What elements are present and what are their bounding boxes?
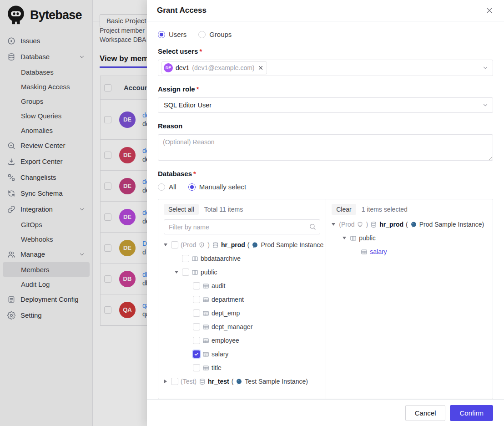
table-icon [202,310,209,317]
radio-manual-label: Manually select [199,183,246,191]
tree-row-employee[interactable]: employee [158,334,326,347]
tree-node-label: dept_emp [212,309,240,317]
environment-label: (Prod [339,221,354,228]
selected-user-chip: DE dev1 (dev1@example.com) [161,61,267,74]
caret-down-icon[interactable] [173,271,180,274]
instance-paren: ( [247,241,250,248]
assign-role-select[interactable]: SQL Editor User [158,97,493,113]
table-icon [202,365,209,371]
caret-down-icon[interactable] [341,237,348,239]
db-icon [370,221,377,228]
clear-button[interactable]: Clear [332,204,356,215]
radio-users-control[interactable] [158,31,165,38]
schema-icon [350,235,357,242]
tree-checkbox[interactable] [193,282,200,289]
radio-users-label: Users [169,30,186,38]
radio-users[interactable]: Users [158,30,186,38]
caret-down-icon[interactable] [330,223,337,226]
radio-groups[interactable]: Groups [198,30,232,38]
caret-down-icon[interactable] [162,243,169,246]
filter-input[interactable] [164,219,320,234]
db-icon [199,378,206,385]
tree-node-label: salary [370,248,387,255]
tree-row-department[interactable]: department [158,293,326,306]
assign-role-value: SQL Editor User [164,101,212,109]
schema-icon [192,269,198,276]
tree-node-label: hr_prod [379,221,403,228]
databases-radio-group: All Manually select [158,183,493,191]
schema-icon [192,255,198,262]
tree-checkbox[interactable] [193,296,200,303]
tree-row-bbdataarchive[interactable]: bbdataarchive [158,252,326,265]
caret-right-icon[interactable] [162,380,169,383]
radio-groups-control[interactable] [198,31,206,38]
cancel-button[interactable]: Cancel [405,405,446,421]
chevron-down-icon [482,102,489,108]
select-all-button[interactable]: Select all [164,204,199,215]
tree-checkbox[interactable] [193,337,200,344]
modal-footer: Cancel Confirm [147,399,504,426]
tree-checkbox[interactable] [193,323,200,330]
tree-checkbox[interactable] [193,364,200,371]
db-icon [212,242,219,248]
postgresql-icon [252,242,258,248]
tree-row-hr-test[interactable]: (Test)hr_test(Test Sample Instance) [158,375,326,388]
table-icon [202,351,209,358]
tree-node-label: department [212,296,244,303]
radio-groups-label: Groups [209,30,232,38]
tree-checkbox[interactable] [193,309,200,317]
instance-name: Prod Sample Instance [261,241,323,248]
user-name: dev1 [176,64,189,71]
search-icon [309,223,316,230]
environment-label: (Prod [181,241,196,248]
total-items-count: Total 11 items [204,206,243,213]
tree-row-public[interactable]: public [326,231,493,245]
environment-label: (Test) [181,378,197,385]
chevron-down-icon [482,65,489,71]
tree-row-salary[interactable]: salary [326,245,493,259]
selected-tree: (Prod)hr_prod(Prod Sample Instance)publi… [326,218,493,399]
tree-checkbox[interactable] [171,241,178,248]
filter-field [164,219,320,234]
radio-all-control[interactable] [158,183,165,191]
radio-manual-control[interactable] [188,183,196,191]
target-type-radio-group: Users Groups [158,30,493,38]
tree-checkbox[interactable] [171,378,178,385]
tree-row-public[interactable]: public [158,265,326,279]
tree-row-hr-prod[interactable]: (Prod)hr_prod(Prod Sample Instance [158,238,326,252]
tree-row-hr-prod[interactable]: (Prod)hr_prod(Prod Sample Instance) [326,218,493,231]
tree-checkbox[interactable] [182,269,189,276]
tree-node-label: hr_prod [221,241,245,248]
radio-all-databases[interactable]: All [158,183,176,191]
tree-node-label: title [212,364,222,371]
select-users-field[interactable]: DE dev1 (dev1@example.com) [158,60,493,76]
tree-checkbox[interactable] [182,255,189,262]
table-icon [202,337,209,344]
remove-user-icon[interactable] [257,65,264,71]
close-icon[interactable] [485,6,494,15]
tree-node-label: public [201,269,217,276]
tree-node-label: public [359,234,376,242]
postgresql-icon [236,378,242,385]
tree-row-title[interactable]: title [158,361,326,375]
tree-checkbox[interactable] [193,350,200,358]
user-avatar: DE [164,63,173,72]
selected-panel-header: Clear 1 items selected [326,199,493,218]
confirm-button[interactable]: Confirm [450,405,493,421]
selected-items-count: 1 items selected [362,206,408,213]
tree-row-dept-emp[interactable]: dept_emp [158,306,326,320]
radio-manually-select[interactable]: Manually select [188,183,246,191]
tree-node-label: dept_manager [212,323,252,330]
tree-row-audit[interactable]: audit [158,279,326,293]
reason-textarea[interactable] [158,134,493,161]
tree-node-label: salary [212,350,228,358]
table-icon [202,283,209,289]
tree-row-dept-manager[interactable]: dept_manager [158,320,326,334]
database-tree: (Prod)hr_prod(Prod Sample Instancebbdata… [158,238,326,399]
assign-role-label: Assign role* [158,85,493,93]
environment-shield-icon [198,242,205,248]
instance-name: Test Sample Instance) [245,378,308,385]
tree-row-salary[interactable]: salary [158,347,326,361]
transfer-selected-panel: Clear 1 items selected (Prod)hr_prod(Pro… [326,199,493,399]
required-mark: * [193,170,196,178]
